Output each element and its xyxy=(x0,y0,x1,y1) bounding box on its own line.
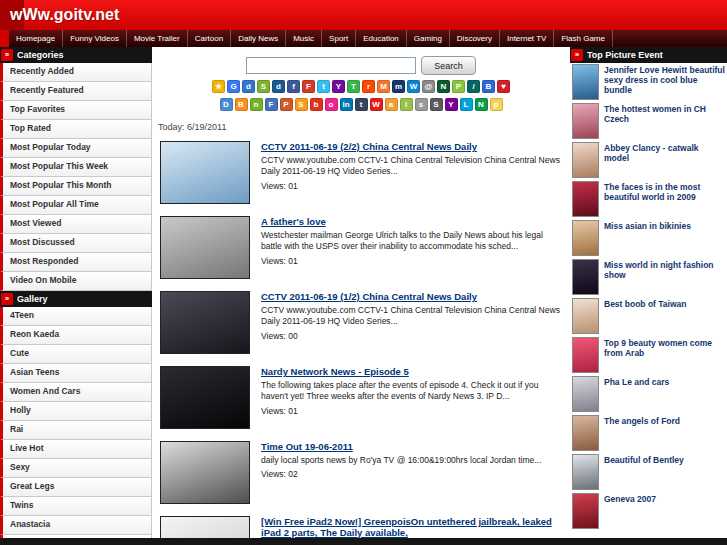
bookmark-diigo-icon[interactable]: D xyxy=(220,98,233,111)
sidebar-item-top-rated[interactable]: Top Rated xyxy=(0,120,152,139)
picture-thumbnail[interactable] xyxy=(572,415,599,451)
bookmark-myspace-icon[interactable]: m xyxy=(392,80,405,93)
bookmark-identica-icon[interactable]: i xyxy=(400,98,413,111)
bookmark-linkedin-icon[interactable]: in xyxy=(340,98,353,111)
bookmark-squidoo-icon[interactable]: S xyxy=(295,98,308,111)
nav-item-music[interactable]: Music xyxy=(286,30,322,47)
bookmark-newsvine-icon[interactable]: N xyxy=(437,80,450,93)
video-thumbnail[interactable] xyxy=(160,291,250,354)
bookmark-propeller-icon[interactable]: P xyxy=(452,80,465,93)
picture-title-link[interactable]: Geneva 2007 xyxy=(604,493,656,530)
gallery-item-reon-kaeda[interactable]: Reon Kaeda xyxy=(0,326,152,345)
bookmark-windows-live-icon[interactable]: W xyxy=(407,80,420,93)
bookmark-spurl-icon[interactable]: S xyxy=(430,98,443,111)
picture-thumbnail[interactable] xyxy=(572,181,599,217)
nav-item-internet-tv[interactable]: Internet TV xyxy=(500,30,554,47)
gallery-item-rai[interactable]: Rai xyxy=(0,421,152,440)
picture-list-item[interactable]: The faces is in the most beautiful world… xyxy=(570,180,727,219)
bookmark-star-icon[interactable]: ★ xyxy=(212,80,225,93)
picture-thumbnail[interactable] xyxy=(572,337,599,373)
nav-item-movie-trailer[interactable]: Movie Trailer xyxy=(127,30,188,47)
sidebar-item-recently-featured[interactable]: Recently Featured xyxy=(0,82,152,101)
nav-item-gaming[interactable]: Gaming xyxy=(407,30,450,47)
sidebar-item-most-popular-today[interactable]: Most Popular Today xyxy=(0,139,152,158)
gallery-item-twins[interactable]: Twins xyxy=(0,497,152,516)
sidebar-item-most-popular-this-month[interactable]: Most Popular This Month xyxy=(0,177,152,196)
video-title-link[interactable]: Time Out 19-06-2011 xyxy=(261,441,541,452)
video-thumbnail[interactable] xyxy=(160,141,250,204)
picture-thumbnail[interactable] xyxy=(572,298,599,334)
picture-title-link[interactable]: Jennifer Love Hewitt beautiful sexy dres… xyxy=(604,64,725,101)
sidebar-item-recently-added[interactable]: Recently Added xyxy=(0,63,152,82)
video-title-link[interactable]: Nardy Network News - Episode 5 xyxy=(261,366,566,377)
gallery-item-women-and-cars[interactable]: Women And Cars xyxy=(0,383,152,402)
search-button[interactable]: Search xyxy=(421,56,476,75)
sidebar-item-most-responded[interactable]: Most Responded xyxy=(0,253,152,272)
search-input[interactable] xyxy=(246,57,416,74)
picture-list-item[interactable]: The hottest women in CH Czech xyxy=(570,102,727,141)
picture-title-link[interactable]: Beautiful of Bentley xyxy=(604,454,684,491)
picture-thumbnail[interactable] xyxy=(572,493,599,529)
picture-list-item[interactable]: Miss asian in bikinies xyxy=(570,219,727,258)
bookmark-faves-icon[interactable]: ♥ xyxy=(497,80,510,93)
picture-title-link[interactable]: Miss world in night fashion show xyxy=(604,259,725,296)
bookmark-friendfeed-icon[interactable]: F xyxy=(265,98,278,111)
picture-thumbnail[interactable] xyxy=(572,376,599,412)
bookmark-plurk-icon[interactable]: P xyxy=(280,98,293,111)
sidebar-item-most-popular-all-time[interactable]: Most Popular All Time xyxy=(0,196,152,215)
picture-title-link[interactable]: The faces is in the most beautiful world… xyxy=(604,181,725,218)
bookmark-blogger-icon[interactable]: B xyxy=(235,98,248,111)
nav-item-daily-news[interactable]: Daily News xyxy=(231,30,286,47)
gallery-item-sexy[interactable]: Sexy xyxy=(0,459,152,478)
video-thumbnail[interactable] xyxy=(160,441,250,504)
picture-thumbnail[interactable] xyxy=(572,220,599,256)
bookmark-mixx-icon[interactable]: M xyxy=(377,80,390,93)
video-title-link[interactable]: A father's love xyxy=(261,216,566,227)
nav-item-sport[interactable]: Sport xyxy=(322,30,356,47)
picture-title-link[interactable]: The hottest women in CH Czech xyxy=(604,103,725,140)
bookmark-slashdot-icon[interactable]: / xyxy=(467,80,480,93)
picture-title-link[interactable]: Best boob of Taiwan xyxy=(604,298,686,335)
picture-thumbnail[interactable] xyxy=(572,64,599,100)
sidebar-item-most-discussed[interactable]: Most Discussed xyxy=(0,234,152,253)
bookmark-simpy-icon[interactable]: s xyxy=(415,98,428,111)
bookmark-tumblr-icon[interactable]: t xyxy=(355,98,368,111)
picture-list-item[interactable]: Geneva 2007 xyxy=(570,492,727,531)
picture-list-item[interactable]: Best boob of Taiwan xyxy=(570,297,727,336)
video-thumbnail[interactable] xyxy=(160,216,250,279)
bookmark-yahoo-buzz-icon[interactable]: Y xyxy=(445,98,458,111)
picture-title-link[interactable]: Miss asian in bikinies xyxy=(604,220,691,257)
bookmark-facebook-icon[interactable]: f xyxy=(287,80,300,93)
bookmark-netvibes-icon[interactable]: n xyxy=(250,98,263,111)
bookmark-blinklist-icon[interactable]: B xyxy=(482,80,495,93)
bookmark-reddit-icon[interactable]: r xyxy=(362,80,375,93)
bookmark-orkut-icon[interactable]: o xyxy=(325,98,338,111)
gallery-item-cute[interactable]: Cute xyxy=(0,345,152,364)
gallery-item-anastacia[interactable]: Anastacia xyxy=(0,516,152,535)
picture-thumbnail[interactable] xyxy=(572,142,599,178)
gallery-item-4teen[interactable]: 4Teen xyxy=(0,307,152,326)
bookmark-furl-icon[interactable]: F xyxy=(302,80,315,93)
video-title-link[interactable]: [Win Free iPad2 Now!] GreenpoisOn unteth… xyxy=(261,516,566,538)
sidebar-item-most-viewed[interactable]: Most Viewed xyxy=(0,215,152,234)
gallery-item-great-legs[interactable]: Great Legs xyxy=(0,478,152,497)
nav-item-discovery[interactable]: Discovery xyxy=(450,30,500,47)
bookmark-google-icon[interactable]: G xyxy=(227,80,240,93)
nav-item-cartoon[interactable]: Cartoon xyxy=(188,30,231,47)
nav-item-funny-videos[interactable]: Funny Videos xyxy=(63,30,127,47)
picture-list-item[interactable]: Pha Le and cars xyxy=(570,375,727,414)
picture-list-item[interactable]: Beautiful of Bentley xyxy=(570,453,727,492)
bookmark-amazon-icon[interactable]: a xyxy=(385,98,398,111)
bookmark-twitter-icon[interactable]: t xyxy=(317,80,330,93)
picture-thumbnail[interactable] xyxy=(572,103,599,139)
bookmark-email-icon[interactable]: @ xyxy=(422,80,435,93)
sidebar-item-top-favorites[interactable]: Top Favorites xyxy=(0,101,152,120)
bookmark-technorati-icon[interactable]: T xyxy=(347,80,360,93)
bookmark-netscape-icon[interactable]: N xyxy=(475,98,488,111)
bookmark-stumbleupon-icon[interactable]: S xyxy=(257,80,270,93)
bookmark-digg-icon[interactable]: d xyxy=(272,80,285,93)
bookmark-delicious-icon[interactable]: d xyxy=(242,80,255,93)
video-title-link[interactable]: CCTV 2011-06-19 (1/2) China Central News… xyxy=(261,291,566,302)
picture-title-link[interactable]: Top 9 beauty women come from Arab xyxy=(604,337,725,374)
site-title[interactable]: wWw.goitv.net xyxy=(10,6,119,24)
